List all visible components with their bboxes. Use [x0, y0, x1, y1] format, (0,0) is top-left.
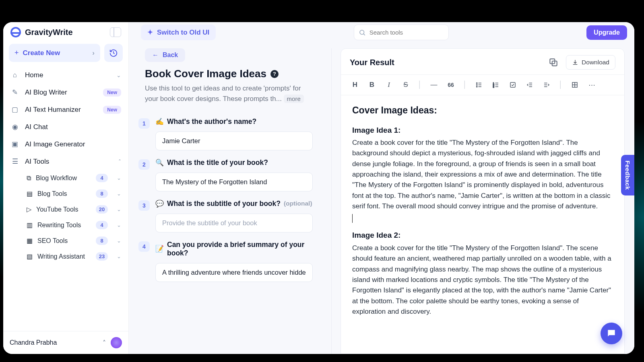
logo-row: GravityWrite: [3, 22, 128, 41]
count-badge: 23: [96, 252, 108, 261]
nav-ai-chat[interactable]: ◉ AI Chat: [3, 118, 128, 136]
back-button[interactable]: ← Back: [145, 48, 185, 62]
hr-button[interactable]: —: [426, 78, 442, 92]
news-icon: ▤: [27, 190, 33, 197]
result-heading: Cover Image Ideas:: [352, 103, 613, 118]
feedback-tab[interactable]: Feedback: [621, 155, 634, 195]
summary-input[interactable]: [155, 263, 313, 282]
bullet-list-button[interactable]: [471, 78, 487, 92]
idea2-body: Create a book cover for the title "The M…: [352, 243, 613, 317]
download-button[interactable]: Download: [566, 55, 615, 70]
user-footer[interactable]: Chandra Prabha ˄: [3, 331, 128, 354]
upgrade-button[interactable]: Upgrade: [586, 25, 627, 40]
sub-blog-workflow[interactable]: ⧉Blog Workflow4⌄: [17, 170, 128, 186]
switch-ui-button[interactable]: ✦ Switch to Old UI: [141, 25, 216, 40]
ai-tools-subnav: ⧉Blog Workflow4⌄ ▤Blog Tools8⌄ ▷YouTube …: [3, 170, 128, 264]
create-new-button[interactable]: + Create New ›: [9, 44, 100, 62]
table-button[interactable]: [567, 78, 582, 92]
count-badge: 8: [96, 237, 108, 245]
result-pane: Your Result Download H B I: [341, 48, 625, 354]
field-subtitle: 3 💬What is the subtitle of your book? (o…: [138, 200, 313, 232]
chevron-down-icon: ⌄: [117, 222, 121, 228]
field-title: 2 🔍What is the title of your book?: [138, 158, 313, 191]
sub-seo-tools[interactable]: ▦SEO Tools8⌄: [17, 233, 128, 249]
create-label: Create New: [23, 49, 60, 57]
workflow-icon: ⧉: [27, 175, 31, 182]
outdent-button[interactable]: [522, 78, 537, 92]
svg-point-4: [477, 82, 477, 83]
quote-button[interactable]: 66: [443, 78, 458, 92]
count-badge: 20: [96, 205, 108, 214]
checklist-button[interactable]: [505, 78, 520, 92]
nav-humanizer[interactable]: ▢ AI Text Humanizer New: [3, 101, 128, 118]
strike-button[interactable]: S: [398, 78, 413, 92]
tool-title: Book Cover Image Ideas ?: [145, 68, 313, 80]
author-input[interactable]: [155, 132, 313, 150]
history-icon: [109, 49, 118, 58]
italic-button[interactable]: I: [381, 78, 396, 92]
title-input[interactable]: [155, 173, 313, 191]
plus-icon: +: [14, 49, 19, 57]
seo-icon: ▦: [27, 237, 33, 245]
user-name: Chandra Prabha: [10, 339, 98, 346]
sparkle-icon: ✦: [147, 28, 153, 37]
logo-icon: [10, 27, 21, 37]
more-button[interactable]: ⋯: [584, 78, 599, 92]
assistant-icon: ▧: [27, 253, 33, 260]
editor-toolbar: H B I S │ — 66 │ 123: [341, 74, 624, 95]
nav-image-generator[interactable]: ▣ AI Image Generator: [3, 136, 128, 153]
count-badge: 4: [96, 221, 108, 229]
chevron-down-icon: ⌄: [117, 175, 121, 181]
more-button[interactable]: more: [284, 95, 304, 103]
chevron-down-icon: ⌄: [117, 253, 121, 259]
history-button[interactable]: [104, 44, 123, 62]
search-icon: [359, 29, 366, 36]
form-pane: ← Back Book Cover Image Ideas ? Use this…: [134, 48, 332, 354]
step-number: 3: [138, 200, 150, 211]
step-number: 2: [138, 159, 150, 170]
result-body[interactable]: Cover Image Ideas: Image Idea 1: Create …: [341, 95, 624, 354]
home-icon: ⌂: [10, 71, 19, 79]
step-number: 1: [138, 118, 150, 129]
heading-button[interactable]: H: [347, 78, 363, 92]
copy-button[interactable]: [548, 57, 559, 68]
ordered-list-button[interactable]: 123: [488, 78, 504, 92]
rewrite-icon: ▥: [27, 221, 33, 229]
field-author: 1 ✍️What's the author's name?: [138, 117, 313, 150]
sidebar: GravityWrite + Create New › ⌂ Home ⌄ ✎ A…: [3, 22, 129, 354]
subtitle-icon: 💬: [155, 200, 164, 208]
new-badge: New: [103, 88, 121, 97]
chevron-up-icon: ˄: [103, 339, 106, 347]
sub-blog-tools[interactable]: ▤Blog Tools8⌄: [17, 186, 128, 202]
help-icon[interactable]: ?: [270, 70, 279, 78]
tools-icon: ☰: [10, 157, 19, 166]
sub-youtube-tools[interactable]: ▷YouTube Tools20⌄: [17, 202, 128, 217]
search-wrap: [354, 25, 449, 40]
chevron-down-icon: ⌄: [117, 191, 121, 197]
text-cursor: [352, 214, 353, 223]
sidebar-toggle-icon[interactable]: [110, 27, 121, 37]
search-input[interactable]: [354, 25, 449, 40]
nav-blog-writer[interactable]: ✎ AI Blog Writer New: [3, 84, 128, 101]
chevron-up-icon: ˄: [118, 158, 121, 165]
nav-home[interactable]: ⌂ Home ⌄: [3, 67, 128, 84]
chat-fab[interactable]: [601, 323, 622, 344]
topbar: ✦ Switch to Old UI Upgrade: [129, 22, 634, 43]
separator: │: [415, 78, 425, 92]
idea1-title: Image Idea 1:: [352, 124, 613, 136]
summary-icon: 📝: [155, 245, 164, 253]
book-icon: ▢: [10, 105, 19, 114]
count-badge: 8: [96, 189, 108, 198]
author-icon: ✍️: [155, 117, 164, 126]
sub-rewriting-tools[interactable]: ▥Rewriting Tools4⌄: [17, 217, 128, 233]
chat-icon: ◉: [10, 123, 19, 131]
sub-writing-assistant[interactable]: ▧Writing Assistant23⌄: [17, 249, 128, 264]
subtitle-input[interactable]: [155, 214, 313, 232]
bold-button[interactable]: B: [364, 78, 380, 92]
main-area: ✦ Switch to Old UI Upgrade ← Back: [129, 22, 634, 354]
svg-text:3: 3: [493, 86, 495, 88]
new-badge: New: [103, 106, 121, 114]
indent-button[interactable]: [539, 78, 554, 92]
nav-ai-tools[interactable]: ☰ AI Tools ˄: [3, 153, 128, 170]
chevron-down-icon: ⌄: [117, 206, 121, 212]
